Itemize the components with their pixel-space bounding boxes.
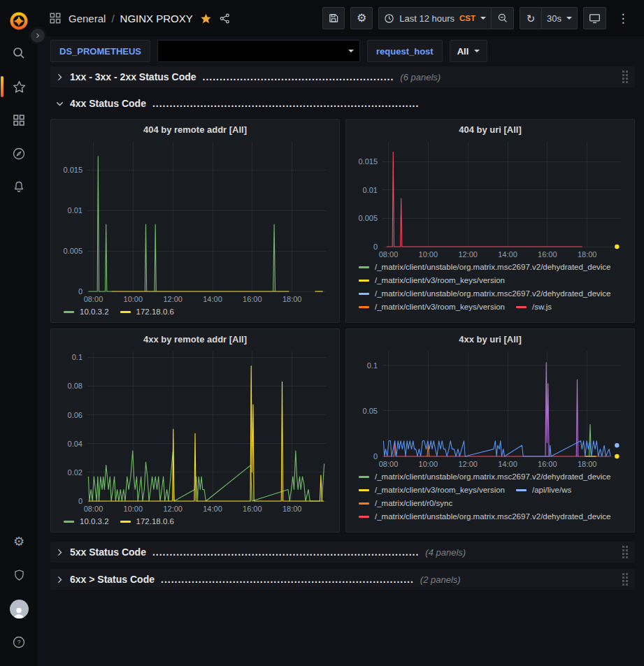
svg-text:0.01: 0.01 <box>363 186 378 194</box>
svg-text:10:00: 10:00 <box>419 250 438 259</box>
sidebar-expand-button[interactable] <box>29 27 47 45</box>
sidebar-item-explore[interactable] <box>0 137 38 171</box>
time-series-chart[interactable]: 08:0010:0012:0014:0016:0018:0000.0050.01… <box>58 136 332 305</box>
svg-text:16:00: 16:00 <box>243 295 262 303</box>
row-drag-handle[interactable] <box>622 573 628 586</box>
zoom-out-time-button[interactable] <box>492 7 514 29</box>
legend-item[interactable]: 172.18.0.6 <box>120 307 174 316</box>
monitor-icon <box>589 13 601 24</box>
more-options-button[interactable]: ⋮ <box>612 7 634 29</box>
svg-text:08:00: 08:00 <box>379 250 399 259</box>
help-circle-icon: ? <box>12 635 26 649</box>
svg-text:08:00: 08:00 <box>379 460 399 468</box>
toolbar: ⚙ Last 12 hours CST <box>322 7 634 29</box>
legend-item[interactable]: /sw.js <box>516 303 552 311</box>
sidebar-item-help[interactable]: ? <box>0 625 38 659</box>
legend-item[interactable]: /_matrix/client/v3/room_keys/version <box>359 303 505 311</box>
svg-text:14:00: 14:00 <box>203 505 222 513</box>
sidebar-item-alerting[interactable] <box>0 171 38 204</box>
time-series-chart[interactable]: 08:0010:0012:0014:0016:0018:0000.0050.01… <box>353 136 627 261</box>
time-series-chart[interactable]: 08:0010:0012:0014:0016:0018:0000.020.040… <box>58 346 332 515</box>
svg-text:0.08: 0.08 <box>68 382 83 390</box>
gear-icon: ⚙ <box>357 13 366 24</box>
legend-item[interactable]: /_matrix/client/v3/room_keys/version <box>359 276 505 284</box>
refresh-group: ↻ 30s <box>520 7 578 29</box>
star-outline-icon <box>12 80 27 94</box>
svg-text:08:00: 08:00 <box>84 295 103 303</box>
legend-row: 10.0.3.2172.18.0.6 <box>64 307 331 316</box>
datasource-variable-select[interactable] <box>157 40 360 62</box>
legend-item[interactable]: /_matrix/client/unstable/org.matrix.msc2… <box>359 512 611 521</box>
star-filled-icon <box>200 13 212 24</box>
user-avatar <box>10 600 29 618</box>
row-header-5xx[interactable]: 5xx Status Code ........................… <box>50 542 635 563</box>
datasource-variable-label[interactable]: DS_PROMETHEUS <box>50 40 150 62</box>
panel-4xx-by-remote-addr: 4xx by remote addr [All] 08:0010:0012:00… <box>50 328 340 533</box>
chevron-right-icon <box>56 73 64 81</box>
share-dashboard-button[interactable] <box>219 13 231 24</box>
legend-item[interactable]: 10.0.3.2 <box>64 517 109 526</box>
chevron-down-icon <box>56 100 64 108</box>
svg-text:18:00: 18:00 <box>578 250 597 259</box>
breadcrumb-folder[interactable]: General <box>69 13 106 24</box>
legend-series-name: /sw.js <box>532 303 552 311</box>
request-host-variable-select[interactable]: All <box>450 40 488 62</box>
row-header-6xx[interactable]: 6xx > Status Code ......................… <box>50 569 635 590</box>
row-title-dots: ........................................… <box>161 574 414 585</box>
panel-title[interactable]: 4xx by remote addr [All] <box>58 334 332 345</box>
legend-item[interactable]: 172.18.0.6 <box>120 517 174 526</box>
sidebar-item-profile[interactable] <box>0 592 38 625</box>
legend-item[interactable]: /_matrix/client/r0/sync <box>359 499 452 507</box>
svg-text:0.1: 0.1 <box>72 353 83 361</box>
panel-grid: 404 by remote addr [All] 08:0010:0012:00… <box>50 119 635 533</box>
time-series-chart[interactable]: 08:0010:0012:0014:0016:0018:0000.050.1 <box>353 346 627 470</box>
row-panel-count: (4 panels) <box>425 547 466 558</box>
chevron-down-icon <box>480 17 486 22</box>
panel-title[interactable]: 4xx by uri [All] <box>353 334 627 345</box>
favorite-star-button[interactable] <box>200 13 212 24</box>
save-dashboard-button[interactable] <box>322 7 345 29</box>
svg-text:10:00: 10:00 <box>419 460 438 468</box>
svg-text:14:00: 14:00 <box>498 460 517 468</box>
refresh-button[interactable]: ↻ <box>520 7 542 29</box>
cycle-view-mode-button[interactable] <box>583 7 606 29</box>
sidebar-item-starred[interactable] <box>0 70 38 103</box>
panel-title[interactable]: 404 by remote addr [All] <box>58 124 332 135</box>
request-host-variable-label[interactable]: request_host <box>367 40 443 62</box>
legend-item[interactable]: /_matrix/client/unstable/org.matrix.msc2… <box>359 472 611 481</box>
legend-row: /_matrix/client/v3/room_keys/version/api… <box>359 486 626 494</box>
row-drag-handle[interactable] <box>622 546 628 558</box>
legend-item[interactable]: /_matrix/client/v3/room_keys/version <box>359 486 505 494</box>
row-header-4xx[interactable]: 4xx Status Code ........................… <box>50 94 635 113</box>
legend-item[interactable]: /_matrix/client/unstable/org.matrix.msc2… <box>359 263 611 271</box>
breadcrumb-dashboard-title[interactable]: NGINX PROXY <box>120 13 193 24</box>
row-header-1xx-3xx-2xx[interactable]: 1xx - 3xx - 2xx Status Code ............… <box>50 66 635 87</box>
breadcrumb-separator: / <box>111 13 114 24</box>
legend-color-swatch <box>359 280 369 282</box>
svg-text:18:00: 18:00 <box>578 460 597 468</box>
svg-text:?: ? <box>17 639 20 646</box>
legend-item[interactable]: /_matrix/client/unstable/org.matrix.msc2… <box>359 289 611 298</box>
sidebar-item-dashboards[interactable] <box>0 103 38 137</box>
sidebar-item-configuration[interactable]: ⚙ <box>0 525 38 558</box>
dashboard-settings-button[interactable]: ⚙ <box>350 7 373 29</box>
row-title-dots: ........................................… <box>152 98 419 109</box>
panel-title[interactable]: 404 by uri [All] <box>353 124 627 135</box>
legend-row: /_matrix/client/v3/room_keys/version/sw.… <box>359 303 626 311</box>
legend-item[interactable]: 10.0.3.2 <box>64 307 109 316</box>
legend-series-name: 172.18.0.6 <box>136 517 174 526</box>
row-drag-handle[interactable] <box>622 71 628 83</box>
svg-text:0: 0 <box>78 287 83 296</box>
svg-text:0.04: 0.04 <box>68 440 83 448</box>
refresh-interval-picker[interactable]: 30s <box>542 7 578 29</box>
refresh-icon: ↻ <box>527 13 536 24</box>
chevron-right-icon <box>56 549 64 556</box>
row-panel-count: (2 panels) <box>420 574 461 585</box>
sidebar-item-server-admin[interactable] <box>0 558 38 592</box>
grafana-logo-icon <box>8 10 29 31</box>
svg-text:16:00: 16:00 <box>243 505 262 513</box>
svg-text:0.005: 0.005 <box>63 247 83 255</box>
time-range-picker[interactable]: Last 12 hours CST <box>378 7 492 29</box>
legend-item[interactable]: /api/live/ws <box>516 486 571 494</box>
row-title: 5xx Status Code <box>70 546 146 558</box>
